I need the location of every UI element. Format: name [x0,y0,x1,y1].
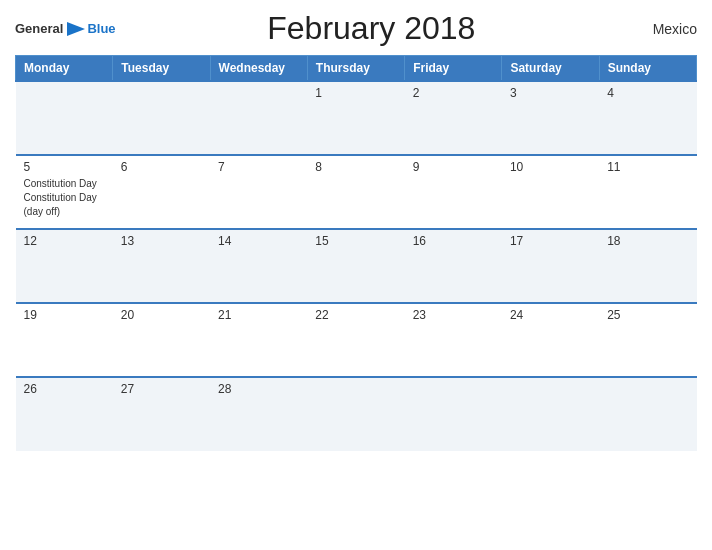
day-number: 18 [607,234,688,248]
event-label: (day off) [24,206,61,217]
calendar-cell: 23 [405,303,502,377]
day-number: 27 [121,382,202,396]
logo-general-text: General [15,22,63,35]
day-number: 12 [24,234,105,248]
logo-blue-text: Blue [87,22,115,35]
calendar-page: General Blue February 2018 Mexico Monday… [0,0,712,550]
day-number: 3 [510,86,591,100]
day-number: 23 [413,308,494,322]
day-number: 25 [607,308,688,322]
calendar-cell: 9 [405,155,502,229]
day-number: 20 [121,308,202,322]
day-number: 6 [121,160,202,174]
calendar-cell: 19 [16,303,113,377]
calendar-cell: 11 [599,155,696,229]
day-number: 16 [413,234,494,248]
calendar-body: 12345Constitution DayConstitution Day(da… [16,81,697,451]
day-number: 2 [413,86,494,100]
calendar-cell: 13 [113,229,210,303]
calendar-cell: 16 [405,229,502,303]
day-number: 26 [24,382,105,396]
calendar-cell: 5Constitution DayConstitution Day(day of… [16,155,113,229]
calendar-week-3: 12131415161718 [16,229,697,303]
calendar-cell: 1 [307,81,404,155]
day-number: 14 [218,234,299,248]
calendar-cell: 14 [210,229,307,303]
day-number: 10 [510,160,591,174]
event-label: Constitution Day [24,178,97,189]
calendar-cell: 6 [113,155,210,229]
calendar-cell: 17 [502,229,599,303]
calendar-cell [113,81,210,155]
calendar-cell: 27 [113,377,210,451]
col-friday: Friday [405,56,502,82]
day-number: 21 [218,308,299,322]
calendar-cell: 28 [210,377,307,451]
day-number: 1 [315,86,396,100]
day-number: 8 [315,160,396,174]
calendar-cell: 24 [502,303,599,377]
calendar-cell: 7 [210,155,307,229]
col-monday: Monday [16,56,113,82]
calendar-cell: 26 [16,377,113,451]
calendar-cell [502,377,599,451]
day-number: 5 [24,160,105,174]
calendar-cell: 12 [16,229,113,303]
event-label: Constitution Day [24,192,97,203]
calendar-cell [405,377,502,451]
col-sunday: Sunday [599,56,696,82]
calendar-week-1: 1234 [16,81,697,155]
day-number: 19 [24,308,105,322]
calendar-cell: 22 [307,303,404,377]
day-number: 24 [510,308,591,322]
calendar-cell [16,81,113,155]
calendar-cell: 25 [599,303,696,377]
col-wednesday: Wednesday [210,56,307,82]
calendar-cell: 3 [502,81,599,155]
day-number: 22 [315,308,396,322]
day-number: 17 [510,234,591,248]
calendar-week-5: 262728 [16,377,697,451]
day-number: 9 [413,160,494,174]
header: General Blue February 2018 Mexico [15,10,697,47]
logo: General Blue [15,20,116,38]
day-number: 15 [315,234,396,248]
day-number: 28 [218,382,299,396]
calendar-cell [599,377,696,451]
calendar-cell: 20 [113,303,210,377]
calendar-table: Monday Tuesday Wednesday Thursday Friday… [15,55,697,451]
day-number: 4 [607,86,688,100]
day-number: 13 [121,234,202,248]
svg-marker-0 [67,22,85,36]
calendar-cell: 8 [307,155,404,229]
day-number: 7 [218,160,299,174]
col-thursday: Thursday [307,56,404,82]
calendar-cell: 21 [210,303,307,377]
calendar-cell: 18 [599,229,696,303]
calendar-cell: 4 [599,81,696,155]
calendar-cell: 2 [405,81,502,155]
page-title: February 2018 [116,10,627,47]
day-number: 11 [607,160,688,174]
calendar-cell [307,377,404,451]
country-label: Mexico [627,21,697,37]
logo-flag-icon [65,20,87,38]
col-tuesday: Tuesday [113,56,210,82]
calendar-cell [210,81,307,155]
col-saturday: Saturday [502,56,599,82]
calendar-cell: 10 [502,155,599,229]
calendar-cell: 15 [307,229,404,303]
calendar-week-2: 5Constitution DayConstitution Day(day of… [16,155,697,229]
calendar-header-row: Monday Tuesday Wednesday Thursday Friday… [16,56,697,82]
calendar-week-4: 19202122232425 [16,303,697,377]
